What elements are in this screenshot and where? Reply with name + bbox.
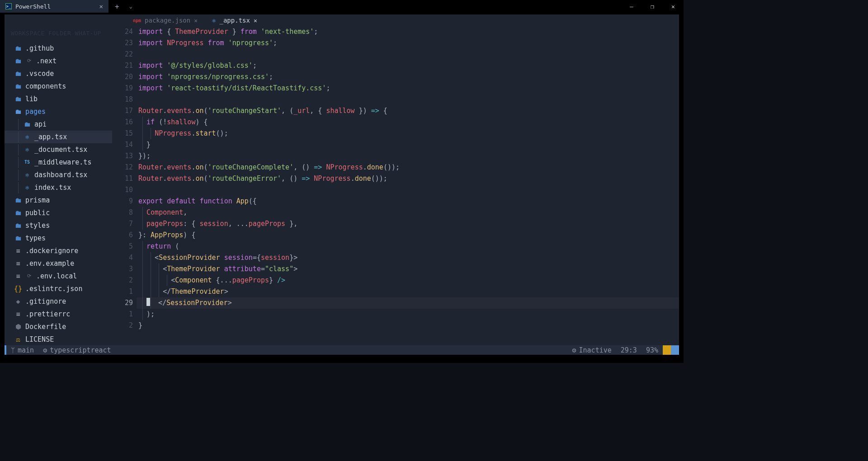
tree-item-Dockerfile[interactable]: ⬢Dockerfile bbox=[5, 320, 112, 333]
folder-icon: 🖿 bbox=[14, 220, 22, 231]
tree-item--github[interactable]: 🖿.github bbox=[5, 42, 112, 55]
code-line[interactable]: </SessionProvider> bbox=[137, 297, 679, 309]
tree-item-_app-tsx[interactable]: ⚛_app.tsx bbox=[5, 131, 112, 143]
line-number: 29 bbox=[112, 297, 133, 309]
copilot-status[interactable]: ⚙ Inactive bbox=[568, 346, 616, 354]
tree-item--dockerignore[interactable]: ≡.dockerignore bbox=[5, 245, 112, 257]
code-line[interactable]: Router.events.on('routeChangeComplete', … bbox=[137, 162, 679, 173]
filename: types bbox=[25, 233, 46, 244]
code-line[interactable]: <ThemeProvider attribute="class"> bbox=[137, 263, 679, 275]
code-line[interactable]: } bbox=[137, 320, 679, 331]
sync-icon: ⟳ bbox=[25, 271, 33, 282]
close-tab-icon[interactable]: ✕ bbox=[99, 3, 103, 10]
code-line[interactable]: NProgress.start(); bbox=[137, 128, 679, 139]
code-line[interactable]: export default function App({ bbox=[137, 196, 679, 207]
tree-item--vscode[interactable]: 🖿.vscode bbox=[5, 67, 112, 80]
cursor-position[interactable]: 29:3 bbox=[616, 346, 642, 354]
line-number: 3 bbox=[112, 263, 133, 275]
code-line[interactable]: <Component {...pageProps} /> bbox=[137, 275, 679, 286]
terminal-tab-powershell[interactable]: >_ PowerShell ✕ bbox=[0, 0, 108, 13]
code-line[interactable]: if (!shallow) { bbox=[137, 117, 679, 128]
editor-tab-package-json[interactable]: npmpackage.json✕ bbox=[126, 14, 205, 26]
tree-item--prettierrc[interactable]: ≡.prettierrc bbox=[5, 308, 112, 320]
filename: .vscode bbox=[25, 68, 54, 79]
file-icon: ≡ bbox=[14, 258, 22, 269]
code-editor[interactable]: 2423222120191817161514131211109876543212… bbox=[112, 26, 679, 345]
tree-item--next[interactable]: 🖿⟳.next bbox=[5, 55, 112, 67]
titlebar: >_ PowerShell ✕ + ⌄ — ❐ ✕ bbox=[0, 0, 684, 13]
indent-guide bbox=[151, 297, 151, 309]
code-line[interactable]: <SessionProvider session={session}> bbox=[137, 252, 679, 263]
code-line[interactable] bbox=[137, 184, 679, 196]
code-line[interactable] bbox=[137, 49, 679, 60]
tree-item-prisma[interactable]: 🖿prisma bbox=[5, 194, 112, 207]
tree-item-types[interactable]: 🖿types bbox=[5, 232, 112, 245]
minimize-button[interactable]: — bbox=[621, 0, 642, 13]
tree-item-_middleware-ts[interactable]: TS_middleware.ts bbox=[5, 156, 112, 169]
gear-icon: ⚙ bbox=[43, 346, 47, 354]
folder-icon: 🖿 bbox=[14, 94, 22, 104]
code-line[interactable]: Component, bbox=[137, 207, 679, 218]
status-bar: ᛘ main ⚙ typescriptreact ⚙ Inactive 29:3… bbox=[5, 345, 679, 355]
code-line[interactable]: import NProgress from 'nprogress'; bbox=[137, 38, 679, 49]
code-line[interactable]: pageProps: { session, ...pageProps }, bbox=[137, 218, 679, 230]
tab-menu-chevron-icon[interactable]: ⌄ bbox=[126, 3, 136, 9]
code-line[interactable]: return ( bbox=[137, 241, 679, 252]
react-icon: ⚛ bbox=[212, 17, 216, 24]
git-branch[interactable]: ᛘ main bbox=[6, 346, 38, 354]
terminal-tab-label: PowerShell bbox=[15, 3, 51, 10]
tree-item-pages[interactable]: 🖿pages bbox=[5, 105, 112, 118]
code-line[interactable]: }: AppProps) { bbox=[137, 230, 679, 241]
code-line[interactable]: import 'nprogress/nprogress.css'; bbox=[137, 71, 679, 83]
language-mode[interactable]: ⚙ typescriptreact bbox=[38, 346, 116, 354]
filename: styles bbox=[25, 220, 50, 231]
cursor bbox=[146, 298, 150, 306]
tree-item-styles[interactable]: 🖿styles bbox=[5, 219, 112, 232]
tree-item-public[interactable]: 🖿public bbox=[5, 207, 112, 219]
copilot-label: Inactive bbox=[579, 346, 612, 354]
code-line[interactable]: </ThemeProvider> bbox=[137, 286, 679, 297]
line-number: 16 bbox=[112, 117, 133, 128]
code-line[interactable]: }); bbox=[137, 151, 679, 162]
code-content[interactable]: import { ThemeProvider } from 'next-them… bbox=[137, 26, 679, 345]
code-line[interactable]: Router.events.on('routeChangeStart', (_u… bbox=[137, 105, 679, 117]
filename: _app.tsx bbox=[34, 132, 67, 142]
filename: pages bbox=[25, 106, 46, 117]
indent-guide bbox=[142, 241, 143, 252]
tree-item-LICENSE[interactable]: ⚖LICENSE bbox=[5, 333, 112, 345]
new-tab-button[interactable]: + bbox=[108, 2, 126, 11]
editor-tab-_app-tsx[interactable]: ⚛_app.tsx✕ bbox=[205, 14, 264, 26]
tree-item--eslintrc-json[interactable]: {}.eslintrc.json bbox=[5, 282, 112, 295]
code-line[interactable]: import '@/styles/global.css'; bbox=[137, 60, 679, 71]
code-line[interactable] bbox=[137, 94, 679, 105]
code-line[interactable]: import { ThemeProvider } from 'next-them… bbox=[137, 26, 679, 38]
code-line[interactable]: } bbox=[137, 139, 679, 151]
tree-item-index-tsx[interactable]: ⚛index.tsx bbox=[5, 181, 112, 194]
code-line[interactable]: ); bbox=[137, 309, 679, 320]
tree-item-components[interactable]: 🖿components bbox=[5, 80, 112, 93]
react-icon: ⚛ bbox=[24, 169, 31, 180]
tree-item--env-example[interactable]: ≡.env.example bbox=[5, 257, 112, 270]
indent-guide bbox=[142, 286, 143, 297]
indent-guide bbox=[151, 275, 151, 286]
close-window-button[interactable]: ✕ bbox=[663, 0, 684, 13]
folder-icon: 🖿 bbox=[14, 81, 22, 92]
code-line[interactable]: import 'react-toastify/dist/ReactToastif… bbox=[137, 83, 679, 94]
maximize-button[interactable]: ❐ bbox=[642, 0, 663, 13]
tree-item--gitignore[interactable]: ◆.gitignore bbox=[5, 295, 112, 308]
close-icon[interactable]: ✕ bbox=[194, 17, 198, 24]
filename: .next bbox=[36, 56, 57, 66]
tree-item-_document-tsx[interactable]: ⚛_document.tsx bbox=[5, 143, 112, 156]
line-number: 13 bbox=[112, 151, 133, 162]
tree-item-dashboard-tsx[interactable]: ⚛dashboard.tsx bbox=[5, 169, 112, 181]
filename: prisma bbox=[25, 195, 50, 206]
close-icon[interactable]: ✕ bbox=[254, 17, 257, 24]
indent-guide bbox=[142, 252, 143, 263]
indent-guide bbox=[159, 263, 159, 275]
tree-item-api[interactable]: 🖿api bbox=[5, 118, 112, 131]
language-label: typescriptreact bbox=[50, 346, 111, 354]
filename: LICENSE bbox=[25, 334, 54, 345]
tree-item--env-local[interactable]: ≡⟳.env.local bbox=[5, 270, 112, 282]
tree-item-lib[interactable]: 🖿lib bbox=[5, 93, 112, 105]
code-line[interactable]: Router.events.on('routeChangeError', () … bbox=[137, 173, 679, 184]
